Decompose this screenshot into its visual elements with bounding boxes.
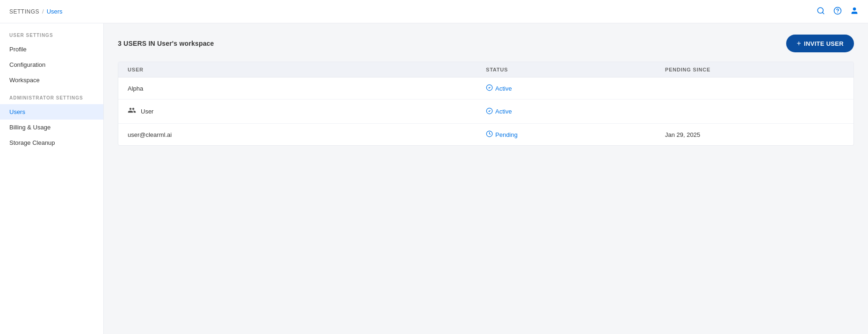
invite-user-label: INVITE USER <box>804 40 844 47</box>
invite-user-button[interactable]: + INVITE USER <box>786 35 854 52</box>
breadcrumb-settings: SETTINGS <box>9 8 39 15</box>
user-cell-email: user@clearml.ai <box>128 131 486 138</box>
pending-icon-email <box>486 130 493 139</box>
active-icon-alpha <box>486 84 493 92</box>
admin-settings-label: ADMINISTRATOR SETTINGS <box>0 95 103 104</box>
layout: USER SETTINGS Profile Configuration Work… <box>0 23 868 334</box>
help-icon[interactable] <box>833 7 842 16</box>
sidebar: USER SETTINGS Profile Configuration Work… <box>0 23 104 334</box>
col-header-status: STATUS <box>486 67 665 72</box>
invite-plus-icon: + <box>796 39 801 48</box>
breadcrumb-separator: / <box>42 8 44 15</box>
user-name-user: User <box>141 108 153 115</box>
sidebar-item-configuration[interactable]: Configuration <box>0 57 103 72</box>
page-title: 3 USERS IN User's workspace <box>118 40 214 47</box>
top-nav: SETTINGS / Users <box>0 0 868 23</box>
sidebar-item-users[interactable]: Users <box>0 104 103 120</box>
sidebar-item-workspace-label: Workspace <box>9 77 40 84</box>
user-icon[interactable] <box>850 7 859 16</box>
pending-date-email: Jan 29, 2025 <box>665 131 844 138</box>
sidebar-item-profile-label: Profile <box>9 46 27 53</box>
sidebar-item-profile[interactable]: Profile <box>0 42 103 57</box>
users-table: USER STATUS PENDING SINCE Alpha Active <box>118 62 854 146</box>
user-name-email: user@clearml.ai <box>128 131 172 138</box>
table-row[interactable]: Alpha Active <box>118 78 854 99</box>
svg-line-1 <box>822 12 824 14</box>
status-active-user: Active <box>486 107 665 116</box>
sidebar-item-users-label: Users <box>9 108 25 115</box>
breadcrumb: SETTINGS / Users <box>9 8 63 15</box>
user-name-alpha: Alpha <box>128 85 143 92</box>
col-header-pending: PENDING SINCE <box>665 67 844 72</box>
sidebar-item-billing-label: Billing & Usage <box>9 124 51 131</box>
main-content: 3 USERS IN User's workspace + INVITE USE… <box>104 23 868 334</box>
svg-point-4 <box>853 7 856 10</box>
main-header: 3 USERS IN User's workspace + INVITE USE… <box>118 35 854 52</box>
search-icon[interactable] <box>817 7 825 16</box>
table-header: USER STATUS PENDING SINCE <box>118 62 854 78</box>
col-header-user: USER <box>128 67 486 72</box>
sidebar-item-workspace[interactable]: Workspace <box>0 72 103 88</box>
user-settings-label: USER SETTINGS <box>0 33 103 42</box>
status-pending-email: Pending <box>486 130 665 139</box>
table-row[interactable]: User Active <box>118 99 854 124</box>
user-cell-alpha: Alpha <box>128 85 486 92</box>
pending-label-email: Pending <box>495 131 518 138</box>
breadcrumb-current: Users <box>47 8 63 15</box>
active-label-user: Active <box>495 108 512 115</box>
sidebar-item-storage-label: Storage Cleanup <box>9 139 55 146</box>
table-row[interactable]: user@clearml.ai Pending Jan 29, 2025 <box>118 124 854 145</box>
nav-icons <box>817 7 859 16</box>
status-active-alpha: Active <box>486 84 665 92</box>
user-avatar-icon <box>128 106 136 117</box>
sidebar-item-storage[interactable]: Storage Cleanup <box>0 135 103 150</box>
sidebar-item-configuration-label: Configuration <box>9 61 45 68</box>
user-cell-user: User <box>128 106 486 117</box>
active-icon-user <box>486 107 493 116</box>
sidebar-spacer <box>0 88 103 95</box>
active-label-alpha: Active <box>495 85 512 92</box>
sidebar-item-billing[interactable]: Billing & Usage <box>0 120 103 135</box>
